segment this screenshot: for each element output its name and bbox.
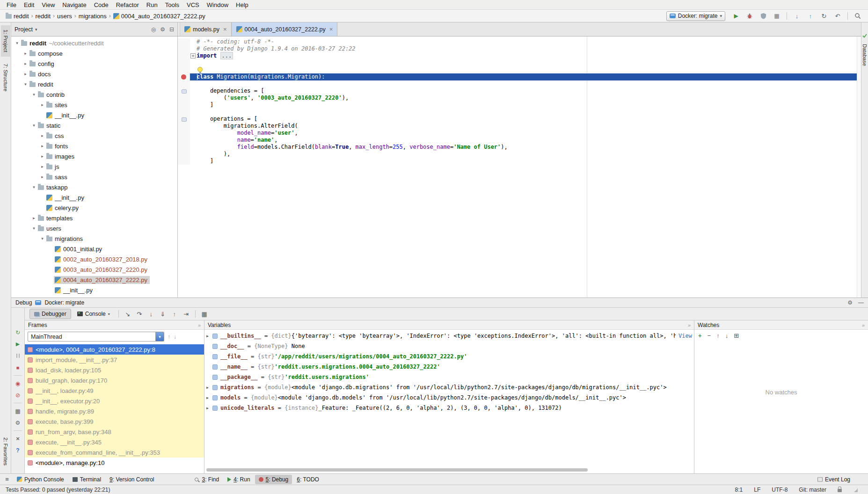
thread-selector[interactable]: MainThread ▾ <box>28 332 164 341</box>
tree-item-css[interactable]: ▸css <box>11 131 177 141</box>
frame-item[interactable]: execute, __init__.py:345 <box>25 437 204 447</box>
code-area[interactable]: # -*- coding: utf-8 -*-# Generated by Dj… <box>178 38 857 165</box>
tree-item-init-py[interactable]: __init__.py <box>11 192 177 203</box>
menu-navigate[interactable]: Navigate <box>58 1 90 9</box>
chevron-right-icon[interactable]: ▸ <box>39 102 45 107</box>
close-tab-icon[interactable]: × <box>329 26 333 33</box>
toolbar-button-4-run[interactable]: 4: Run <box>224 475 254 484</box>
revert-button[interactable]: ↶ <box>832 11 843 21</box>
chevron-right-icon[interactable]: ▸ <box>22 72 29 76</box>
menu-edit[interactable]: Edit <box>20 1 38 9</box>
toolbar-button-python-console[interactable]: Python Console <box>13 475 68 484</box>
menu-help[interactable]: Help <box>232 1 252 9</box>
panel-options-icon[interactable]: » <box>688 322 691 328</box>
chevron-down-icon[interactable]: ▾ <box>35 27 37 32</box>
rerun-button[interactable]: ↻ <box>11 327 24 337</box>
locate-icon[interactable]: ◎ <box>151 26 156 33</box>
gutter[interactable] <box>178 52 190 59</box>
frame-item[interactable]: load_disk, loader.py:105 <box>25 365 204 375</box>
gutter[interactable] <box>178 130 190 137</box>
move-watch-up-button[interactable]: ↑ <box>716 332 720 339</box>
gutter[interactable] <box>178 116 190 123</box>
run-config-selector[interactable]: Docker: migrate ▾ <box>666 11 725 21</box>
run-to-cursor-button[interactable]: ⇥ <box>181 309 191 319</box>
stop-button[interactable]: ■ <box>11 363 24 372</box>
gutter-marker-icon[interactable] <box>182 117 187 122</box>
tree-item-contrib[interactable]: ▾contrib <box>11 89 177 100</box>
tree-item-js[interactable]: ▸js <box>11 161 177 172</box>
gutter[interactable] <box>178 80 190 87</box>
gutter[interactable] <box>178 73 190 80</box>
settings-icon[interactable]: ⚙ <box>160 26 165 33</box>
frame-item[interactable]: run_from_argv, base.py:348 <box>25 427 204 437</box>
fold-toggle-icon[interactable]: + <box>190 53 196 58</box>
editor-tab-models-py[interactable]: models.py× <box>180 22 232 36</box>
tree-item-config[interactable]: ▸config <box>11 58 177 69</box>
menu-file[interactable]: File <box>3 1 20 9</box>
line-separator-indicator[interactable]: LF <box>754 487 760 493</box>
variable-item-builtins[interactable]: ▶__builtins__ = {dict}{'bytearray': <typ… <box>204 331 694 341</box>
chevron-down-icon[interactable]: ▾ <box>31 92 37 97</box>
chevron-down-icon[interactable]: ▾ <box>31 226 37 231</box>
intention-bulb-icon[interactable] <box>197 67 203 72</box>
chevron-down-icon[interactable]: ▾ <box>31 185 37 189</box>
horizontal-scrollbar-thumb[interactable] <box>206 468 588 472</box>
gutter[interactable] <box>178 123 190 130</box>
tool-window-switcher-icon[interactable]: ≡ <box>1 476 13 483</box>
tree-item-0002-auto-20160327-2018-py[interactable]: 0002_auto_20160327_2018.py <box>11 254 177 264</box>
menu-window[interactable]: Window <box>203 1 232 9</box>
copy-watch-button[interactable]: ⊞ <box>734 332 739 339</box>
frame-item[interactable]: execute, base.py:399 <box>25 416 204 427</box>
breadcrumb-item-migrations[interactable]: migrations <box>79 13 107 20</box>
frame-item[interactable]: handle, migrate.py:89 <box>25 406 204 416</box>
resume-button[interactable]: ▶ <box>11 339 24 349</box>
expand-arrow-icon[interactable]: ▶ <box>206 385 212 390</box>
hide-panel-icon[interactable]: ⊟ <box>169 26 174 33</box>
menu-view[interactable]: View <box>38 1 58 9</box>
tree-item-sass[interactable]: ▸sass <box>11 172 177 182</box>
force-step-into-button[interactable]: ⇓ <box>158 309 168 319</box>
breadcrumb-item-reddit[interactable]: reddit <box>6 13 29 20</box>
chevron-right-icon[interactable]: ▸ <box>39 144 45 148</box>
coverage-button[interactable] <box>758 11 769 21</box>
search-everywhere-button[interactable] <box>852 11 863 21</box>
vcs-update-button[interactable]: ↓ <box>791 11 802 21</box>
debug-button[interactable] <box>744 11 755 21</box>
tab-console[interactable]: Console ▾ <box>73 309 115 319</box>
variable-item-models[interactable]: ▶models = {module}<module 'django.db.mod… <box>204 392 694 403</box>
panel-options-icon[interactable]: » <box>198 322 201 328</box>
tree-item-users[interactable]: ▾users <box>11 223 177 233</box>
tree-item-reddit[interactable]: ▾reddit ~/cookiecutter/reddit <box>11 38 177 48</box>
expand-arrow-icon[interactable]: ▶ <box>206 406 212 410</box>
frame-item[interactable]: __init__, executor.py:20 <box>25 396 204 406</box>
chevron-down-icon[interactable]: ▾ <box>39 236 45 241</box>
gutter[interactable] <box>178 102 190 109</box>
toolbar-button-6-todo[interactable]: 6: TODO <box>293 475 323 484</box>
step-into-button[interactable]: ↓ <box>146 309 156 319</box>
frame-item[interactable]: <module>, 0004_auto_20160327_2222.py:8 <box>25 344 204 355</box>
variable-item-file[interactable]: __file__ = {str}'/app/reddit/users/migra… <box>204 351 694 362</box>
vcs-commit-button[interactable]: ↑ <box>805 11 816 21</box>
tree-item-static[interactable]: ▾static <box>11 120 177 131</box>
chevron-right-icon[interactable]: ▸ <box>22 51 29 56</box>
toolbar-button-5-debug[interactable]: 5: Debug <box>255 475 292 484</box>
evaluate-expression-button[interactable]: ▦ <box>199 309 210 319</box>
tree-item-celery-py[interactable]: celery.py <box>11 203 177 213</box>
expand-arrow-icon[interactable]: ▶ <box>206 334 212 338</box>
show-execution-point-button[interactable]: ↘ <box>123 309 133 319</box>
gutter[interactable] <box>178 66 190 73</box>
variable-item-name[interactable]: __name__ = {str}'reddit.users.migrations… <box>204 362 694 372</box>
menu-refactor[interactable]: Refactor <box>112 1 143 9</box>
variable-item-unicode-literals[interactable]: ▶unicode_literals = {instance}_Feature: … <box>204 403 694 413</box>
step-over-button[interactable]: ↷ <box>134 309 145 319</box>
gutter-marker-icon[interactable] <box>182 89 187 94</box>
breadcrumb-item-users[interactable]: users <box>57 13 72 20</box>
tree-item-docs[interactable]: ▸docs <box>11 69 177 79</box>
breakpoint-icon[interactable] <box>181 74 186 80</box>
menu-tools[interactable]: Tools <box>161 1 183 9</box>
toolbar-button-event-log[interactable]: Event Log <box>814 475 854 484</box>
remove-watch-button[interactable]: − <box>708 332 711 339</box>
tree-item-templates[interactable]: ▸templates <box>11 213 177 223</box>
tool-window-button-database[interactable]: Database <box>861 41 868 69</box>
caret-position[interactable]: 8:1 <box>735 487 743 493</box>
